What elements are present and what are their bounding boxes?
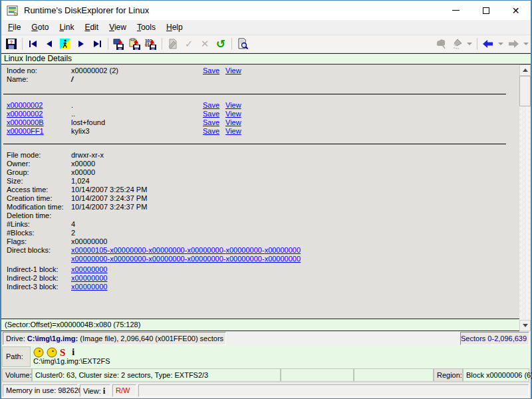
volume-panel-spare bbox=[354, 368, 434, 382]
vertical-scrollbar[interactable] bbox=[519, 65, 531, 331]
path-value: C:\img\1g.img:\EXT2FS bbox=[33, 357, 110, 366]
menu-link[interactable]: Link bbox=[54, 20, 79, 35]
history-forward-icon[interactable] bbox=[505, 37, 521, 52]
menu-help[interactable]: Help bbox=[161, 20, 188, 35]
history-back-icon[interactable] bbox=[480, 37, 496, 52]
print-preview-icon[interactable] bbox=[235, 37, 251, 52]
save-link[interactable]: Save bbox=[203, 118, 219, 127]
detail-value: x00000 bbox=[71, 168, 95, 177]
direct-blocks-row: Direct blocks: x00000105x00000000x000000… bbox=[1, 246, 519, 255]
inode-name-value: / bbox=[71, 75, 73, 84]
block-link[interactable]: x00000000 bbox=[226, 255, 265, 263]
refresh-icon[interactable]: ↺ bbox=[213, 37, 229, 52]
history-back-dropdown-icon[interactable] bbox=[498, 43, 503, 45]
block-link[interactable]: x00000000 bbox=[71, 283, 107, 291]
dir-inode-link[interactable]: x00000FF1 bbox=[7, 127, 44, 136]
save-link[interactable]: Save bbox=[203, 127, 219, 136]
block-link[interactable]: x00000000 bbox=[265, 255, 301, 263]
nav-first-icon[interactable] bbox=[25, 37, 41, 52]
nav-forward-icon[interactable] bbox=[73, 37, 89, 52]
jump-icon[interactable] bbox=[33, 347, 44, 358]
menu-file[interactable]: File bbox=[3, 20, 26, 35]
block-link[interactable]: x00000000 bbox=[110, 255, 148, 263]
block-link[interactable]: x00000000 bbox=[187, 255, 225, 263]
block-link[interactable]: x00000000 bbox=[110, 246, 148, 254]
menu-tools[interactable]: Tools bbox=[132, 20, 161, 35]
inode-name-label: Name: bbox=[7, 75, 28, 84]
menu-view[interactable]: View bbox=[104, 20, 132, 35]
history-forward-dropdown-icon[interactable] bbox=[523, 43, 529, 45]
menu-goto[interactable]: Goto bbox=[26, 20, 54, 35]
save-link[interactable]: Save bbox=[203, 101, 219, 110]
block-link[interactable]: x00000000 bbox=[148, 246, 187, 254]
detail-label: File mode: bbox=[7, 151, 41, 160]
close-button[interactable]: ✕ bbox=[501, 1, 531, 20]
sector-offset-bar: (Sector:Offset)=x0000004B:x080 (75:128) bbox=[1, 319, 519, 331]
inode-details-panel: Inode no: x00000002 (2) Save View Name: … bbox=[1, 65, 519, 319]
menu-bar: File Goto Link Edit View Tools Help bbox=[1, 20, 531, 35]
jump-icon[interactable] bbox=[47, 347, 57, 358]
edit-disabled-icon[interactable] bbox=[165, 37, 181, 52]
block-link[interactable]: x00000000 bbox=[71, 265, 107, 274]
path-icons: S i bbox=[33, 347, 74, 358]
save-image-icon[interactable]: ? bbox=[3, 37, 19, 52]
cancel-disabled-icon[interactable]: ✕ bbox=[197, 37, 213, 52]
view-link[interactable]: View bbox=[225, 118, 241, 127]
save-to-file-icon[interactable] bbox=[111, 37, 127, 52]
view-link[interactable]: View bbox=[225, 101, 241, 110]
save-link[interactable]: Save bbox=[203, 66, 219, 75]
block-link[interactable]: x00000000 bbox=[71, 274, 107, 283]
block-link[interactable]: x00000000 bbox=[187, 246, 225, 254]
menu-edit[interactable]: Edit bbox=[79, 20, 104, 35]
scrollbar-thumb[interactable] bbox=[519, 76, 531, 106]
view-mode-label: View: bbox=[83, 387, 103, 395]
region-label: Region: bbox=[434, 368, 463, 382]
inode-number-label: Inode no: bbox=[7, 66, 37, 75]
dir-inode-link[interactable]: x00000002 bbox=[7, 110, 43, 118]
volume-label: Volume: bbox=[2, 368, 32, 382]
divider bbox=[3, 144, 506, 144]
detail-label: Access time: bbox=[7, 186, 48, 194]
highlighter-dropdown-icon[interactable] bbox=[467, 43, 472, 45]
dir-entry-name: lost+found bbox=[71, 118, 105, 127]
block-link[interactable]: x00000105 bbox=[71, 246, 110, 254]
superblock-icon[interactable]: S bbox=[60, 348, 65, 357]
path-label: Path: bbox=[2, 346, 31, 367]
direct-blocks-row: x00000000x00000000x00000000x00000000x000… bbox=[1, 255, 519, 263]
direct-blocks-links: x00000105x00000000x00000000x00000000x000… bbox=[71, 246, 301, 255]
fill-disabled-icon[interactable] bbox=[433, 37, 449, 52]
scroll-down-button[interactable] bbox=[519, 320, 531, 331]
dir-inode-link[interactable]: x0000000B bbox=[7, 118, 44, 127]
inode-view-icon[interactable]: i bbox=[72, 348, 74, 357]
block-link[interactable]: x00000000 bbox=[148, 255, 187, 263]
minimize-button[interactable] bbox=[441, 1, 471, 20]
detail-row: File mode:drwxr-xr-x bbox=[1, 151, 519, 160]
apply-disabled-icon[interactable]: ✓ bbox=[181, 37, 197, 52]
save-link[interactable]: Save bbox=[203, 110, 219, 118]
view-link[interactable]: View bbox=[225, 110, 241, 118]
block-link[interactable]: x00000000 bbox=[226, 246, 265, 254]
highlighter-disabled-icon[interactable] bbox=[449, 37, 465, 52]
scroll-up-button[interactable] bbox=[519, 65, 531, 76]
block-link[interactable]: x00000000 bbox=[265, 246, 301, 254]
nav-back-icon[interactable] bbox=[41, 37, 57, 52]
view-link[interactable]: View bbox=[225, 127, 241, 136]
maximize-button[interactable] bbox=[471, 1, 501, 20]
window-title: Runtime's DiskExplorer for Linux bbox=[24, 5, 149, 15]
dir-inode-link[interactable]: x00000002 bbox=[7, 101, 43, 110]
detail-label: Creation time: bbox=[7, 194, 52, 203]
nav-last-icon[interactable] bbox=[89, 37, 105, 52]
view-link[interactable]: View bbox=[225, 66, 241, 75]
read-write-status: R/W bbox=[112, 384, 136, 397]
detail-row: Modification time:10/14/2007 3:24:37 PM bbox=[1, 203, 519, 211]
toolbar: ? bbox=[1, 35, 531, 53]
detail-row: Size:1,024 bbox=[1, 177, 519, 186]
inode-summary-section: Inode no: x00000002 (2) Save View Name: … bbox=[1, 66, 519, 84]
copy-to-clipboard-save-icon[interactable] bbox=[127, 37, 143, 52]
detail-row: Deletion time: bbox=[1, 211, 519, 220]
save-binary-icon[interactable]: 101 01 bbox=[143, 37, 159, 52]
directory-row: x00000002 .. Save View bbox=[1, 110, 519, 118]
direct-blocks-label: Direct blocks: bbox=[7, 246, 51, 255]
goto-root-walker-icon[interactable] bbox=[57, 37, 73, 52]
block-link[interactable]: x00000000 bbox=[71, 255, 110, 263]
